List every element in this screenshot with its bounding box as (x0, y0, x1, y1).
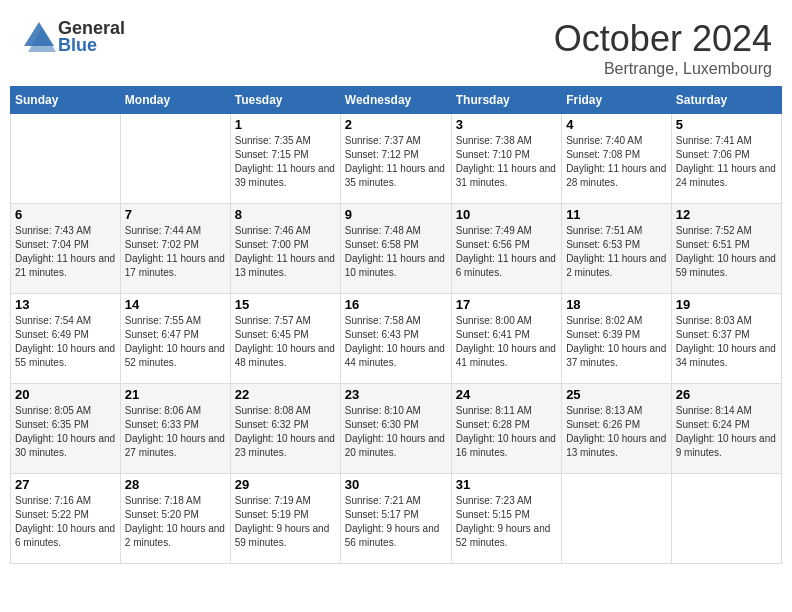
day-number: 12 (676, 207, 777, 222)
day-info: Sunrise: 7:52 AM Sunset: 6:51 PM Dayligh… (676, 224, 777, 280)
day-info: Sunrise: 7:23 AM Sunset: 5:15 PM Dayligh… (456, 494, 557, 550)
day-info: Sunrise: 7:38 AM Sunset: 7:10 PM Dayligh… (456, 134, 557, 190)
calendar-cell (671, 474, 781, 564)
calendar-cell: 19Sunrise: 8:03 AM Sunset: 6:37 PM Dayli… (671, 294, 781, 384)
calendar-cell: 27Sunrise: 7:16 AM Sunset: 5:22 PM Dayli… (11, 474, 121, 564)
calendar-cell: 11Sunrise: 7:51 AM Sunset: 6:53 PM Dayli… (562, 204, 672, 294)
calendar-week-row: 1Sunrise: 7:35 AM Sunset: 7:15 PM Daylig… (11, 114, 782, 204)
day-number: 23 (345, 387, 447, 402)
day-number: 30 (345, 477, 447, 492)
calendar-header-row: SundayMondayTuesdayWednesdayThursdayFrid… (11, 87, 782, 114)
calendar-cell: 23Sunrise: 8:10 AM Sunset: 6:30 PM Dayli… (340, 384, 451, 474)
weekday-header-friday: Friday (562, 87, 672, 114)
day-number: 5 (676, 117, 777, 132)
weekday-header-thursday: Thursday (451, 87, 561, 114)
day-number: 13 (15, 297, 116, 312)
calendar-cell: 20Sunrise: 8:05 AM Sunset: 6:35 PM Dayli… (11, 384, 121, 474)
day-number: 25 (566, 387, 667, 402)
page-header: General Blue October 2024 Bertrange, Lux… (10, 10, 782, 78)
day-number: 6 (15, 207, 116, 222)
day-info: Sunrise: 7:51 AM Sunset: 6:53 PM Dayligh… (566, 224, 667, 280)
day-number: 18 (566, 297, 667, 312)
calendar-cell: 5Sunrise: 7:41 AM Sunset: 7:06 PM Daylig… (671, 114, 781, 204)
day-number: 20 (15, 387, 116, 402)
day-number: 8 (235, 207, 336, 222)
day-number: 16 (345, 297, 447, 312)
calendar-week-row: 13Sunrise: 7:54 AM Sunset: 6:49 PM Dayli… (11, 294, 782, 384)
day-number: 15 (235, 297, 336, 312)
calendar-cell: 18Sunrise: 8:02 AM Sunset: 6:39 PM Dayli… (562, 294, 672, 384)
day-number: 9 (345, 207, 447, 222)
logo-icon (20, 18, 58, 56)
calendar-cell: 7Sunrise: 7:44 AM Sunset: 7:02 PM Daylig… (120, 204, 230, 294)
calendar-cell: 25Sunrise: 8:13 AM Sunset: 6:26 PM Dayli… (562, 384, 672, 474)
day-number: 7 (125, 207, 226, 222)
calendar-cell (120, 114, 230, 204)
day-number: 31 (456, 477, 557, 492)
calendar-cell: 16Sunrise: 7:58 AM Sunset: 6:43 PM Dayli… (340, 294, 451, 384)
logo: General Blue (20, 18, 125, 56)
day-number: 10 (456, 207, 557, 222)
logo-blue: Blue (58, 35, 125, 56)
title-area: October 2024 Bertrange, Luxembourg (554, 18, 772, 78)
calendar-cell: 28Sunrise: 7:18 AM Sunset: 5:20 PM Dayli… (120, 474, 230, 564)
day-info: Sunrise: 7:48 AM Sunset: 6:58 PM Dayligh… (345, 224, 447, 280)
calendar-cell: 1Sunrise: 7:35 AM Sunset: 7:15 PM Daylig… (230, 114, 340, 204)
day-info: Sunrise: 7:49 AM Sunset: 6:56 PM Dayligh… (456, 224, 557, 280)
day-info: Sunrise: 7:35 AM Sunset: 7:15 PM Dayligh… (235, 134, 336, 190)
weekday-header-monday: Monday (120, 87, 230, 114)
day-number: 21 (125, 387, 226, 402)
day-info: Sunrise: 7:16 AM Sunset: 5:22 PM Dayligh… (15, 494, 116, 550)
day-number: 28 (125, 477, 226, 492)
day-info: Sunrise: 7:41 AM Sunset: 7:06 PM Dayligh… (676, 134, 777, 190)
calendar-table: SundayMondayTuesdayWednesdayThursdayFrid… (10, 86, 782, 564)
day-info: Sunrise: 7:44 AM Sunset: 7:02 PM Dayligh… (125, 224, 226, 280)
calendar-cell: 24Sunrise: 8:11 AM Sunset: 6:28 PM Dayli… (451, 384, 561, 474)
day-info: Sunrise: 8:06 AM Sunset: 6:33 PM Dayligh… (125, 404, 226, 460)
day-info: Sunrise: 7:58 AM Sunset: 6:43 PM Dayligh… (345, 314, 447, 370)
day-info: Sunrise: 7:21 AM Sunset: 5:17 PM Dayligh… (345, 494, 447, 550)
calendar-cell (562, 474, 672, 564)
calendar-cell: 9Sunrise: 7:48 AM Sunset: 6:58 PM Daylig… (340, 204, 451, 294)
day-number: 3 (456, 117, 557, 132)
day-number: 27 (15, 477, 116, 492)
day-number: 24 (456, 387, 557, 402)
calendar-cell: 2Sunrise: 7:37 AM Sunset: 7:12 PM Daylig… (340, 114, 451, 204)
calendar-cell: 6Sunrise: 7:43 AM Sunset: 7:04 PM Daylig… (11, 204, 121, 294)
calendar-week-row: 27Sunrise: 7:16 AM Sunset: 5:22 PM Dayli… (11, 474, 782, 564)
day-info: Sunrise: 7:18 AM Sunset: 5:20 PM Dayligh… (125, 494, 226, 550)
calendar-cell (11, 114, 121, 204)
day-info: Sunrise: 8:08 AM Sunset: 6:32 PM Dayligh… (235, 404, 336, 460)
calendar-cell: 15Sunrise: 7:57 AM Sunset: 6:45 PM Dayli… (230, 294, 340, 384)
day-info: Sunrise: 8:14 AM Sunset: 6:24 PM Dayligh… (676, 404, 777, 460)
calendar-cell: 22Sunrise: 8:08 AM Sunset: 6:32 PM Dayli… (230, 384, 340, 474)
day-info: Sunrise: 8:05 AM Sunset: 6:35 PM Dayligh… (15, 404, 116, 460)
day-info: Sunrise: 7:54 AM Sunset: 6:49 PM Dayligh… (15, 314, 116, 370)
day-number: 17 (456, 297, 557, 312)
logo-text: General Blue (58, 18, 125, 56)
day-info: Sunrise: 8:03 AM Sunset: 6:37 PM Dayligh… (676, 314, 777, 370)
calendar-cell: 21Sunrise: 8:06 AM Sunset: 6:33 PM Dayli… (120, 384, 230, 474)
day-info: Sunrise: 7:40 AM Sunset: 7:08 PM Dayligh… (566, 134, 667, 190)
day-number: 11 (566, 207, 667, 222)
day-info: Sunrise: 8:00 AM Sunset: 6:41 PM Dayligh… (456, 314, 557, 370)
weekday-header-sunday: Sunday (11, 87, 121, 114)
weekday-header-wednesday: Wednesday (340, 87, 451, 114)
day-info: Sunrise: 7:57 AM Sunset: 6:45 PM Dayligh… (235, 314, 336, 370)
calendar-cell: 4Sunrise: 7:40 AM Sunset: 7:08 PM Daylig… (562, 114, 672, 204)
day-number: 14 (125, 297, 226, 312)
calendar-cell: 26Sunrise: 8:14 AM Sunset: 6:24 PM Dayli… (671, 384, 781, 474)
day-number: 26 (676, 387, 777, 402)
calendar-week-row: 20Sunrise: 8:05 AM Sunset: 6:35 PM Dayli… (11, 384, 782, 474)
day-info: Sunrise: 8:13 AM Sunset: 6:26 PM Dayligh… (566, 404, 667, 460)
day-info: Sunrise: 7:37 AM Sunset: 7:12 PM Dayligh… (345, 134, 447, 190)
day-info: Sunrise: 7:46 AM Sunset: 7:00 PM Dayligh… (235, 224, 336, 280)
calendar-cell: 3Sunrise: 7:38 AM Sunset: 7:10 PM Daylig… (451, 114, 561, 204)
day-info: Sunrise: 7:19 AM Sunset: 5:19 PM Dayligh… (235, 494, 336, 550)
weekday-header-saturday: Saturday (671, 87, 781, 114)
day-info: Sunrise: 8:11 AM Sunset: 6:28 PM Dayligh… (456, 404, 557, 460)
calendar-cell: 12Sunrise: 7:52 AM Sunset: 6:51 PM Dayli… (671, 204, 781, 294)
calendar-cell: 31Sunrise: 7:23 AM Sunset: 5:15 PM Dayli… (451, 474, 561, 564)
location-subtitle: Bertrange, Luxembourg (554, 60, 772, 78)
month-title: October 2024 (554, 18, 772, 60)
